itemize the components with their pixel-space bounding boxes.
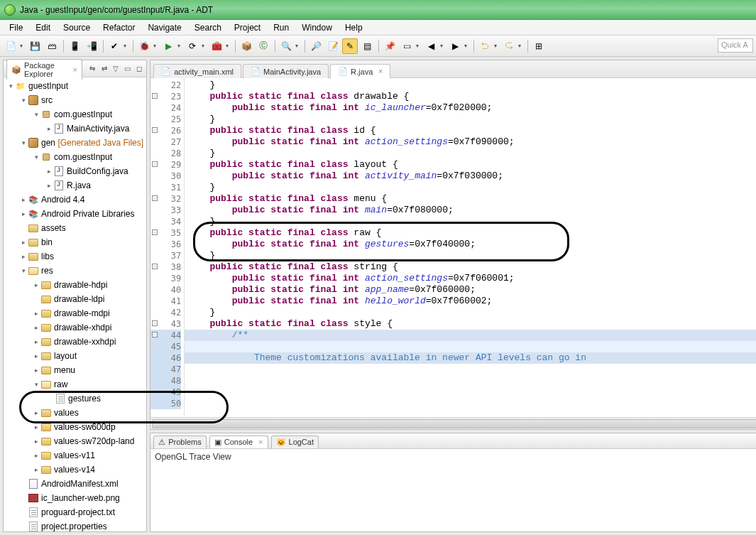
run-button[interactable]: ▶ — [160, 38, 176, 54]
editor-tab-rjava[interactable]: 📄R.java× — [330, 64, 390, 78]
menu-source[interactable]: Source — [57, 21, 97, 34]
sdk-manager-button[interactable]: 📱 — [67, 38, 82, 54]
dropdown-icon[interactable]: ▾ — [124, 43, 129, 49]
tree-private-lib[interactable]: ▸📚Android Private Libraries — [4, 207, 146, 221]
tree-project[interactable]: ▾📁guestInput — [4, 79, 146, 93]
tree-folder-raw[interactable]: ▾raw — [4, 377, 146, 391]
dropdown-icon[interactable]: ▾ — [464, 43, 470, 49]
dropdown-icon[interactable]: ▾ — [177, 43, 183, 49]
tree-folder[interactable]: ▸values-v14 — [4, 463, 146, 477]
maximize-icon[interactable]: ◻ — [135, 63, 143, 75]
tree-folder-res[interactable]: ▾res — [4, 264, 146, 278]
tree-folder[interactable]: ▸values — [4, 406, 146, 420]
tree-folder[interactable]: ▸values-sw720dp-land — [4, 434, 146, 448]
tab-logcat[interactable]: 🐱LogCat — [271, 436, 319, 448]
toggle-block-button[interactable]: ▭ — [399, 38, 415, 54]
dropdown-icon[interactable]: ▾ — [295, 43, 301, 49]
dropdown-icon[interactable]: ▾ — [226, 43, 231, 49]
menu-file[interactable]: File — [3, 21, 29, 34]
toggle-breadcrumb-button[interactable]: ▤ — [359, 38, 375, 54]
tree-folder[interactable]: ▸layout — [4, 349, 146, 363]
new-class-button[interactable]: Ⓒ — [256, 38, 271, 54]
console-body[interactable]: OpenGL Trace View — [150, 449, 756, 531]
code-text[interactable]: } public static final class drawable { p… — [185, 78, 756, 417]
tree-folder[interactable]: ▸drawable-xhdpi — [4, 320, 146, 335]
external-tools-button[interactable]: 🧰 — [209, 38, 224, 54]
tree-file-rjava[interactable]: ▸R.java — [4, 178, 146, 193]
new-package-button[interactable]: 📦 — [239, 38, 254, 54]
new-button[interactable]: 📄 — [3, 38, 18, 54]
tree-folder[interactable]: ▸menu — [4, 363, 146, 377]
save-all-button[interactable]: 🗃 — [44, 38, 60, 54]
menu-project[interactable]: Project — [228, 21, 267, 34]
tab-problems[interactable]: ⚠Problems — [153, 436, 206, 448]
dropdown-icon[interactable]: ▾ — [494, 43, 500, 49]
menu-navigate[interactable]: Navigate — [141, 21, 187, 34]
pin-button[interactable]: 📌 — [382, 38, 398, 54]
tab-console[interactable]: ▣Console× — [209, 436, 268, 448]
menu-refactor[interactable]: Refactor — [97, 21, 141, 34]
search-button[interactable]: 🔎 — [308, 38, 324, 54]
tree-file-properties[interactable]: project.properties — [4, 519, 146, 531]
code-editor[interactable]: 22 -23 24 25 -26 27 28 -29 30 31 -32 33 … — [150, 78, 756, 417]
tree-folder[interactable]: ▸drawable-hdpi — [4, 278, 146, 292]
dropdown-icon[interactable]: ▾ — [202, 43, 207, 49]
tree-src[interactable]: ▾src — [4, 93, 146, 107]
quick-access-input[interactable]: Quick A — [718, 38, 753, 53]
collapse-all-icon[interactable]: ⇆ — [88, 63, 97, 75]
horizontal-scrollbar[interactable] — [150, 417, 756, 429]
link-editor-icon[interactable]: ⇄ — [99, 63, 108, 75]
menu-window[interactable]: Window — [295, 21, 339, 34]
tree-folder[interactable]: ▸drawable-mdpi — [4, 306, 146, 320]
tree-folder-assets[interactable]: assets — [4, 221, 146, 235]
close-icon[interactable]: × — [378, 67, 383, 75]
lint-button[interactable]: ✔ — [106, 38, 122, 54]
nav-prev-button[interactable]: ◀ — [423, 38, 439, 54]
dropdown-icon[interactable]: ▾ — [518, 43, 524, 49]
save-button[interactable]: 💾 — [27, 38, 43, 54]
package-explorer-tab[interactable]: 📦 Package Explorer × — [6, 59, 82, 80]
tree-package[interactable]: ▾com.guestInput — [4, 107, 146, 121]
tree-file-proguard[interactable]: proguard-project.txt — [4, 505, 146, 519]
scrollbar-thumb[interactable] — [152, 419, 756, 428]
perspective-button[interactable]: ⊞ — [531, 38, 547, 54]
menu-edit[interactable]: Edit — [29, 21, 57, 34]
tree-folder-libs[interactable]: ▸libs — [4, 249, 146, 264]
dropdown-icon[interactable]: ▾ — [440, 43, 446, 49]
tree-file-mainactivity[interactable]: ▸MainActivity.java — [4, 121, 146, 136]
menu-search[interactable]: Search — [188, 21, 228, 34]
nav-next-button[interactable]: ▶ — [447, 38, 463, 54]
menu-help[interactable]: Help — [339, 21, 369, 34]
tree-folder[interactable]: drawable-ldpi — [4, 292, 146, 306]
close-icon[interactable]: × — [258, 438, 263, 446]
forward-button[interactable]: ⮎ — [501, 38, 517, 54]
tree-folder[interactable]: ▸values-v11 — [4, 448, 146, 463]
task-button[interactable]: ✎ — [342, 38, 358, 54]
tree-folder[interactable]: ▸drawable-xxhdpi — [4, 335, 146, 349]
dropdown-icon[interactable]: ▾ — [153, 43, 159, 49]
tree-android-lib[interactable]: ▸📚Android 4.4 — [4, 193, 146, 207]
minimize-icon[interactable]: ▭ — [123, 63, 131, 75]
tree-file-buildconfig[interactable]: ▸BuildConfig.java — [4, 164, 146, 178]
dropdown-icon[interactable]: ▾ — [20, 43, 26, 49]
tree-folder[interactable]: ▸values-sw600dp — [4, 420, 146, 434]
tree-file-gestures[interactable]: gestures — [4, 391, 146, 406]
tree-file-launcher[interactable]: ic_launcher-web.png — [4, 491, 146, 505]
dropdown-icon[interactable]: ▾ — [416, 43, 422, 49]
tree-gen[interactable]: ▾gen [Generated Java Files] — [4, 136, 146, 150]
tree-package[interactable]: ▾com.guestInput — [4, 150, 146, 164]
tree-file-manifest[interactable]: AndroidManifest.xml — [4, 477, 146, 491]
editor-tab-mainactivity[interactable]: 📄MainActivity.java — [243, 64, 329, 78]
tree-folder-bin[interactable]: ▸bin — [4, 235, 146, 249]
back-button[interactable]: ⮌ — [477, 38, 493, 54]
close-icon[interactable]: × — [72, 65, 77, 74]
project-tree[interactable]: ▾📁guestInput ▾src ▾com.guestInput ▸MainA… — [4, 77, 146, 531]
editor-tab-activity-main[interactable]: 📄activity_main.xml — [153, 64, 241, 78]
open-type-button[interactable]: 🔍 — [278, 38, 294, 54]
run-last-button[interactable]: ⟳ — [185, 38, 200, 54]
view-menu-icon[interactable]: ▽ — [111, 63, 120, 75]
menu-run[interactable]: Run — [267, 21, 295, 34]
avd-manager-button[interactable]: 📲 — [84, 38, 99, 54]
annotation-button[interactable]: 📝 — [325, 38, 341, 54]
debug-button[interactable]: 🐞 — [136, 38, 152, 54]
